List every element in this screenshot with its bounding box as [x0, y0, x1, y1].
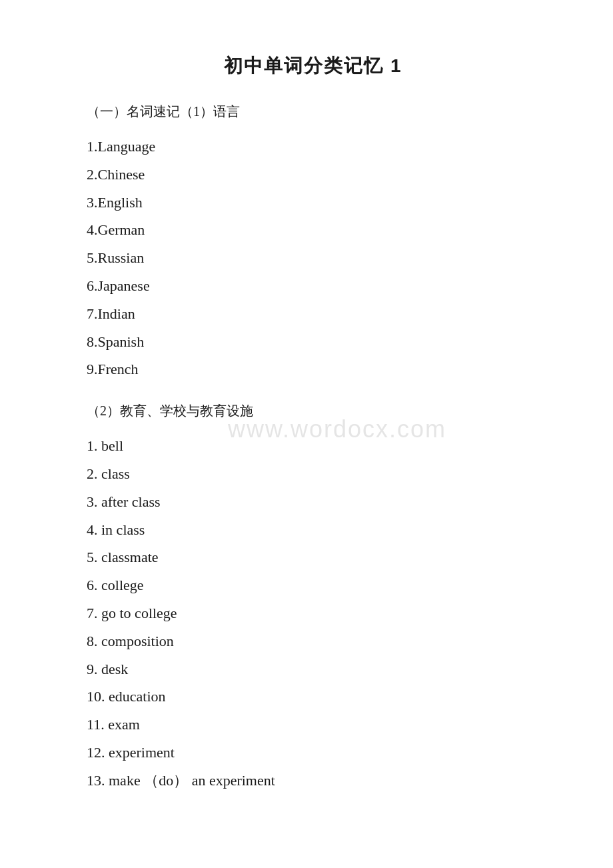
list-item: 9. desk	[87, 655, 546, 683]
list-item: 6.Japanese	[87, 272, 546, 300]
list-item: 2. class	[87, 460, 546, 488]
list-item: 3. after class	[87, 488, 546, 516]
section2-list: 1. bell 2. class 3. after class 4. in cl…	[87, 432, 546, 794]
list-item: 11. exam	[87, 711, 546, 739]
page-container: www.wordocx.com 初中单词分类记忆 1 （一）名词速记（1）语言 …	[0, 0, 613, 859]
list-item: 4. in class	[87, 516, 546, 544]
list-item: 1. bell	[87, 432, 546, 460]
list-item: 9.French	[87, 355, 546, 383]
list-item: 12. experiment	[87, 739, 546, 767]
list-item: 6. college	[87, 571, 546, 599]
list-item: 7.Indian	[87, 300, 546, 328]
section1-list: 1.Language 2.Chinese 3.English 4.German …	[87, 133, 546, 383]
list-item: 1.Language	[87, 133, 546, 161]
list-item: 3.English	[87, 189, 546, 217]
page-title: 初中单词分类记忆 1	[80, 53, 546, 79]
section2-header: （2）教育、学校与教育设施	[87, 402, 546, 420]
list-item: 7. go to college	[87, 599, 546, 627]
list-item: 2.Chinese	[87, 161, 546, 189]
list-item: 5. classmate	[87, 543, 546, 571]
section1-header: （一）名词速记（1）语言	[87, 103, 546, 121]
list-item: 4.German	[87, 216, 546, 244]
list-item: 8.Spanish	[87, 328, 546, 356]
list-item: 5.Russian	[87, 244, 546, 272]
list-item: 10. education	[87, 683, 546, 711]
list-item: 13. make （do） an experiment	[87, 767, 546, 795]
list-item: 8. composition	[87, 627, 546, 655]
